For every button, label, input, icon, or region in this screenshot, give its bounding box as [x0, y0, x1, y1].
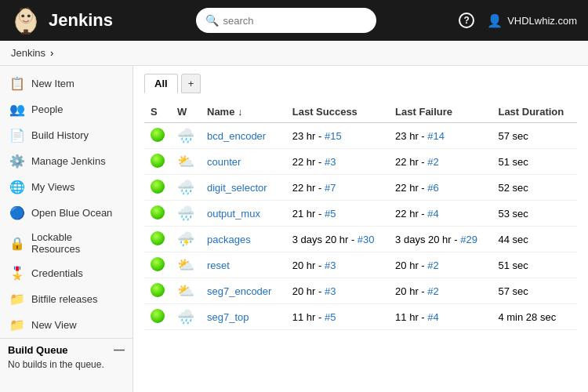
success-link-7[interactable]: #5: [325, 311, 336, 323]
status-cell-2: [144, 175, 171, 201]
job-link-3[interactable]: output_mux: [207, 208, 260, 220]
job-link-6[interactable]: seg7_encoder: [207, 285, 271, 297]
build-history-icon: 📄: [9, 128, 25, 143]
table-row: ⛅ seg7_encoder 20 hr - #3 20 hr - #2 57 …: [144, 278, 577, 304]
sidebar-item-build-history[interactable]: 📄Build History: [0, 122, 132, 148]
success-link-4[interactable]: #30: [358, 234, 375, 245]
success-cell-1: 22 hr - #3: [286, 149, 389, 175]
sidebar-item-lockable-resources[interactable]: 🔒Lockable Resources: [0, 226, 132, 260]
success-cell-0: 23 hr - #15: [286, 123, 389, 149]
status-cell-0: [144, 123, 171, 149]
sidebar-label-new-item: New Item: [31, 78, 74, 89]
sidebar-item-bitfile-releases[interactable]: 📁Bitfile releases: [0, 286, 132, 312]
weather-cell-6: ⛅: [171, 278, 201, 304]
sidebar-items: 📋New Item👥People📄Build History⚙️Manage J…: [0, 71, 132, 338]
sidebar-item-open-blue-ocean[interactable]: 🔵Open Blue Ocean: [0, 200, 132, 226]
success-link-5[interactable]: #3: [325, 260, 336, 271]
user-area: 👤 VHDLwhiz.com: [487, 13, 577, 28]
add-tab-button[interactable]: +: [181, 74, 201, 93]
success-link-2[interactable]: #7: [325, 182, 336, 194]
job-link-7[interactable]: seg7_top: [207, 311, 249, 323]
my-views-icon: 🌐: [9, 180, 25, 194]
name-cell-0: bcd_encoder: [201, 123, 286, 149]
job-link-4[interactable]: packages: [207, 234, 251, 245]
failure-link-6[interactable]: #2: [427, 285, 438, 297]
weather-cell-4: ⛈️: [171, 227, 201, 252]
failure-link-5[interactable]: #2: [427, 260, 438, 271]
status-cell-4: [144, 227, 171, 252]
sidebar-label-build-history: Build History: [31, 129, 89, 141]
sidebar-label-credentials: Credentials: [31, 267, 83, 279]
people-icon: 👥: [9, 102, 25, 117]
svg-point-1: [19, 9, 32, 24]
col-header-success: Last Success: [286, 101, 389, 123]
jenkins-logo: [11, 5, 41, 35]
failure-link-4[interactable]: #29: [460, 234, 477, 245]
weather-icon-1: ⛅: [177, 154, 194, 169]
open-blue-ocean-icon: 🔵: [9, 205, 25, 220]
success-link-3[interactable]: #5: [325, 208, 336, 220]
build-queue: Build Queue — No builds in the queue.: [0, 338, 132, 375]
manage-jenkins-icon: ⚙️: [9, 154, 25, 169]
app-title: Jenkins: [49, 10, 113, 31]
breadcrumb-link[interactable]: Jenkins: [11, 47, 45, 59]
sidebar-item-manage-jenkins[interactable]: ⚙️Manage Jenkins: [0, 148, 132, 174]
failure-link-0[interactable]: #14: [427, 130, 445, 142]
table-row: ⛅ reset 20 hr - #3 20 hr - #2 51 sec: [144, 252, 577, 278]
success-link-6[interactable]: #3: [325, 285, 336, 297]
help-button[interactable]: ?: [459, 13, 474, 28]
svg-point-2: [21, 14, 24, 17]
weather-icon-5: ⛅: [177, 257, 194, 273]
weather-icon-2: 🌧️: [177, 180, 194, 195]
status-cell-7: [144, 304, 171, 330]
jobs-tbody: 🌧️ bcd_encoder 23 hr - #15 23 hr - #14 5…: [144, 123, 577, 330]
search-bar[interactable]: 🔍: [196, 8, 376, 33]
build-queue-title: Build Queue: [8, 344, 68, 356]
table-row: ⛈️ packages 3 days 20 hr - #30 3 days 20…: [144, 227, 577, 252]
bitfile-releases-icon: 📁: [9, 292, 25, 307]
table-row: 🌧️ output_mux 21 hr - #5 22 hr - #4 53 s…: [144, 201, 577, 227]
name-cell-6: seg7_encoder: [201, 278, 286, 304]
job-link-5[interactable]: reset: [207, 260, 230, 271]
sidebar-label-lockable-resources: Lockable Resources: [31, 231, 123, 255]
table-header: S W Name ↓ Last Success Last Failure Las…: [144, 101, 577, 123]
col-header-duration: Last Duration: [492, 101, 577, 123]
status-cell-5: [144, 252, 171, 278]
build-queue-minimize[interactable]: —: [114, 343, 125, 356]
failure-link-7[interactable]: #4: [427, 311, 438, 323]
status-green-3: [151, 205, 165, 220]
success-cell-2: 22 hr - #7: [286, 175, 389, 201]
failure-cell-1: 22 hr - #2: [389, 149, 492, 175]
failure-cell-6: 20 hr - #2: [389, 278, 492, 304]
breadcrumb-separator: ›: [50, 47, 53, 59]
search-input[interactable]: [223, 15, 367, 27]
new-item-icon: 📋: [9, 76, 25, 91]
failure-cell-4: 3 days 20 hr - #29: [389, 227, 492, 252]
success-cell-4: 3 days 20 hr - #30: [286, 227, 389, 252]
failure-link-3[interactable]: #4: [427, 208, 438, 220]
tab-all[interactable]: All: [144, 74, 178, 93]
weather-cell-3: 🌧️: [171, 201, 201, 227]
col-header-s: S: [144, 101, 171, 123]
job-link-0[interactable]: bcd_encoder: [207, 130, 266, 142]
failure-link-1[interactable]: #2: [427, 156, 438, 168]
job-link-2[interactable]: digit_selector: [207, 182, 267, 194]
sidebar-item-new-view[interactable]: 📁New View: [0, 312, 132, 338]
job-link-1[interactable]: counter: [207, 156, 241, 168]
content-area: All + S W Name ↓ Last Success Last Failu…: [133, 66, 588, 392]
sidebar-item-people[interactable]: 👥People: [0, 96, 132, 122]
duration-cell-3: 53 sec: [492, 201, 577, 227]
status-cell-3: [144, 201, 171, 227]
sidebar-item-new-item[interactable]: 📋New Item: [0, 71, 132, 96]
weather-cell-1: ⛅: [171, 149, 201, 175]
success-link-1[interactable]: #3: [325, 156, 336, 168]
success-link-0[interactable]: #15: [325, 130, 342, 142]
failure-cell-0: 23 hr - #14: [389, 123, 492, 149]
success-cell-3: 21 hr - #5: [286, 201, 389, 227]
sidebar-item-credentials[interactable]: 🎖️Credentials: [0, 260, 132, 286]
jobs-table: S W Name ↓ Last Success Last Failure Las…: [144, 101, 577, 330]
weather-cell-5: ⛅: [171, 252, 201, 278]
name-cell-5: reset: [201, 252, 286, 278]
failure-link-2[interactable]: #6: [427, 182, 438, 194]
sidebar-item-my-views[interactable]: 🌐My Views: [0, 174, 132, 200]
